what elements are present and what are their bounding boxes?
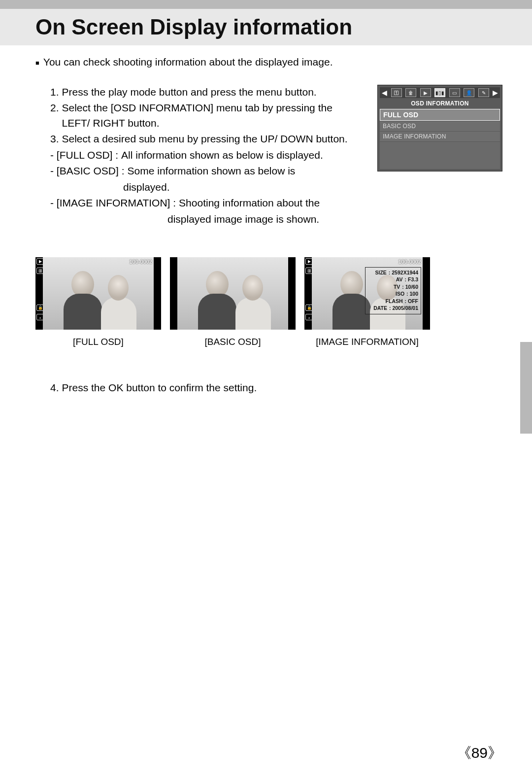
info-tv-value: : 10/60 [402, 283, 418, 290]
step-2-text: Select the [OSD INFORMATION] menu tab by… [62, 101, 363, 131]
steps-column: 1.Press the play mode button and press t… [35, 85, 363, 228]
sample-photo [177, 257, 288, 330]
preview-screen: ▶ ▥ 🔒 ₐ 100-0002 [35, 257, 161, 330]
preview-basic-osd: [BASIC OSD] [170, 257, 296, 347]
desc-3-label: - [IMAGE INFORMATION] : [50, 196, 176, 210]
preview-full-osd: ▶ ▥ 🔒 ₐ 100-0002 [FULL OSD] [35, 257, 161, 347]
info-size-value: : 2592X1944 [389, 269, 418, 276]
preview-row: ▶ ▥ 🔒 ₐ 100-0002 [FULL OSD] [BASIC OSD] … [35, 257, 502, 347]
menu-empty-area [380, 142, 500, 169]
portrait-icon: 👤 [464, 88, 474, 97]
desc-1-text: All information shown as below is displa… [121, 148, 323, 163]
key-icon: ⚿ [391, 88, 402, 97]
content-area: ■ You can check shooting information abo… [35, 51, 502, 394]
caption-basic: [BASIC OSD] [204, 337, 261, 347]
trash-icon: 🗑 [405, 88, 416, 97]
info-iso-value: : 100 [406, 290, 418, 297]
main-row: 1.Press the play mode button and press t… [35, 85, 502, 228]
image-info-box: SIZE: 2592X1944 AV: F3.3 TV: 10/60 ISO: … [365, 267, 421, 314]
title-bar: On Screen Display information [0, 9, 532, 45]
info-date-value: : 2005/08/01 [389, 305, 418, 311]
info-flash-value: : OFF [405, 298, 418, 305]
desc-2-text2: displayed. [123, 181, 170, 193]
desc-3-text1: Shooting information about the [179, 196, 320, 210]
step-4-text: Press the OK button to confirm the setti… [62, 382, 257, 394]
desc-3-text2: displayed image image is shown. [167, 213, 319, 225]
print-icon: ▭ [449, 88, 460, 97]
menu-tab-row: ◀ ⚿ 🗑 ▶ ▮▯▮ ▭ 👤 ✎ ▶ [380, 87, 500, 98]
play-icon: ▶ [420, 88, 431, 97]
preview-screen [170, 257, 296, 330]
file-number: 100-0002 [399, 259, 422, 265]
desc-2-text1: Some information shown as below is [128, 164, 296, 178]
step-number: 2. [50, 101, 59, 131]
step-4: 4. Press the OK button to confirm the se… [35, 382, 502, 394]
left-arrow-icon: ◀ [382, 89, 387, 97]
preview-image-info: ▶ ▥ 🔒 ₐ 100-0002 SIZE: 2592X1944 AV: F3.… [304, 257, 430, 347]
page-title: On Screen Display information [35, 15, 352, 39]
osd-tab-icon: ▮▯▮ [434, 88, 445, 97]
step-1-text: Press the play mode button and press the… [62, 85, 317, 100]
preview-screen: ▶ ▥ 🔒 ₐ 100-0002 SIZE: 2592X1944 AV: F3.… [304, 257, 430, 330]
caption-image-info: [IMAGE INFORMATION] [316, 337, 419, 347]
file-number: 100-0002 [130, 259, 153, 265]
info-size-label: SIZE [368, 269, 387, 276]
info-tv-label: TV [381, 283, 400, 290]
page-number: 《89》 [457, 743, 502, 763]
sample-photo [43, 257, 154, 330]
step-number: 4. [50, 382, 59, 394]
info-iso-label: ISO [386, 290, 404, 297]
menu-item-full-osd: FULL OSD [380, 109, 500, 121]
osd-menu-screenshot: ◀ ⚿ 🗑 ▶ ▮▯▮ ▭ 👤 ✎ ▶ OSD INFORMATION FULL… [377, 85, 502, 171]
info-av-value: : F3.3 [405, 276, 418, 283]
info-av-label: AV [384, 276, 403, 283]
info-flash-label: FLASH [384, 298, 403, 305]
caption-full: [FULL OSD] [73, 337, 124, 347]
edit-icon: ✎ [478, 88, 489, 97]
menu-item-basic-osd: BASIC OSD [380, 121, 500, 131]
bullet-icon: ■ [35, 59, 39, 67]
right-arrow-icon: ▶ [493, 89, 498, 97]
top-border-bar [0, 0, 532, 9]
step-3-text: Select a desired sub menu by pressing th… [62, 132, 348, 146]
desc-2-label: - [BASIC OSD] : [50, 164, 125, 178]
info-date-label: DATE [368, 305, 387, 311]
menu-item-image-info: IMAGE INFORMATION [380, 132, 500, 141]
menu-title: OSD INFORMATION [380, 98, 500, 109]
step-number: 3. [50, 132, 59, 146]
desc-1-label: - [FULL OSD] : [50, 148, 118, 163]
intro-line: ■ You can check shooting information abo… [35, 56, 502, 68]
step-number: 1. [50, 85, 59, 100]
intro-text: You can check shooting information about… [43, 56, 333, 68]
right-edge-tab [520, 342, 532, 434]
